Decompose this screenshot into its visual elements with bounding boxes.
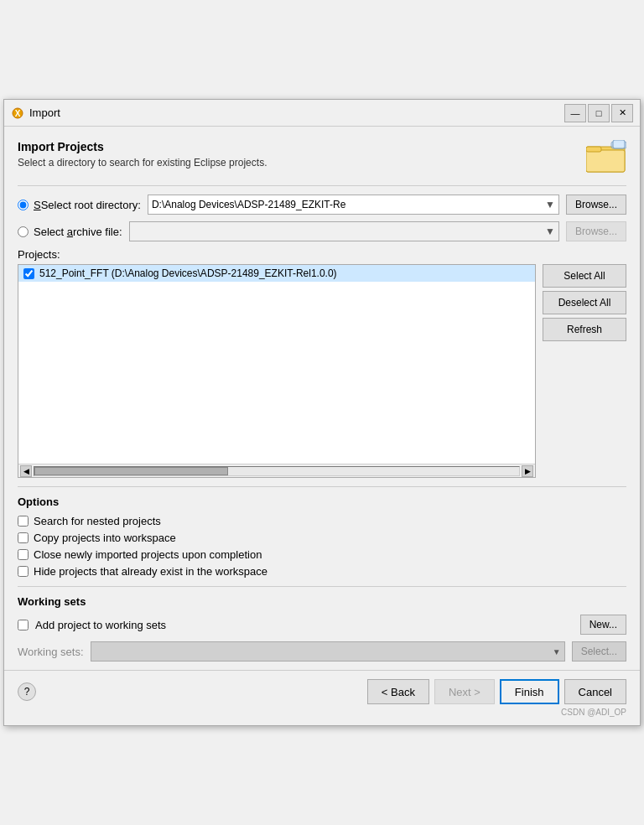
scroll-right-btn[interactable]: ▶ — [522, 465, 533, 477]
scroll-thumb[interactable] — [34, 467, 228, 475]
browse-archive-button[interactable]: Browse... — [566, 221, 626, 241]
working-sets-combo-row: Working sets: ▼ Select... — [18, 641, 626, 662]
select-all-button[interactable]: Select All — [543, 264, 626, 288]
projects-list-scroll[interactable]: 512_Point_FFT (D:\Analog Devices\ADSP-21… — [18, 265, 535, 464]
svg-text:X: X — [15, 109, 21, 118]
title-bar-left: X Import — [11, 106, 60, 120]
option-label-0: Search for nested projects — [34, 515, 161, 527]
new-working-set-button[interactable]: New... — [580, 615, 626, 635]
option-row-2: Close newly imported projects upon compl… — [18, 548, 626, 561]
archive-file-label[interactable]: Select archive file: — [18, 226, 122, 238]
root-directory-row: SSelect root directory: D:\Analog Device… — [18, 195, 626, 215]
app-icon: X — [11, 106, 24, 120]
combo-arrow-archive: ▼ — [545, 226, 555, 237]
title-bar-controls: — □ ✕ — [564, 104, 633, 122]
back-button[interactable]: < Back — [367, 679, 429, 704]
root-directory-combo[interactable]: D:\Analog Devices\ADSP-21489_EZKIT-Re ▼ — [148, 195, 559, 215]
dialog-title: Import — [29, 106, 60, 119]
page-subtitle: Select a directory to search for existin… — [18, 157, 267, 169]
option-label-1: Copy projects into workspace — [34, 532, 176, 544]
footer-buttons: < Back Next > Finish Cancel — [367, 679, 626, 704]
scroll-track[interactable] — [34, 466, 520, 476]
root-radio[interactable] — [18, 200, 29, 210]
browse-root-button[interactable]: Browse... — [566, 195, 626, 215]
deselect-all-button[interactable]: Deselect All — [543, 291, 626, 314]
footer-bottom: ? < Back Next > Finish Cancel — [18, 679, 626, 704]
select-working-set-button[interactable]: Select... — [572, 641, 626, 662]
option-checkbox-2[interactable] — [18, 549, 29, 560]
option-row-3: Hide projects that already exist in the … — [18, 565, 626, 578]
working-sets-title: Working sets — [18, 595, 626, 608]
title-bar: X Import — □ ✕ — [4, 100, 640, 127]
cancel-button[interactable]: Cancel — [564, 679, 626, 704]
list-side-buttons: Select All Deselect All Refresh — [543, 264, 626, 478]
list-item[interactable]: 512_Point_FFT (D:\Analog Devices\ADSP-21… — [18, 265, 535, 282]
minimize-button[interactable]: — — [564, 104, 586, 122]
option-checkbox-1[interactable] — [18, 532, 29, 543]
help-button[interactable]: ? — [18, 682, 36, 701]
next-button[interactable]: Next > — [434, 679, 495, 704]
working-sets-section: Working sets Add project to working sets… — [18, 586, 626, 662]
option-checkbox-3[interactable] — [18, 566, 29, 577]
options-title: Options — [18, 496, 626, 508]
page-title: Import Projects — [18, 140, 267, 153]
footer: ? < Back Next > Finish Cancel CSDN @ADI_… — [4, 670, 640, 725]
project-label-0: 512_Point_FFT (D:\Analog Devices\ADSP-21… — [39, 267, 337, 279]
projects-section-label: Projects: — [18, 248, 626, 261]
ws-combo-arrow: ▼ — [553, 647, 561, 656]
option-checkbox-0[interactable] — [18, 516, 29, 527]
option-row-0: Search for nested projects — [18, 515, 626, 527]
archive-file-combo[interactable]: ▼ — [129, 221, 559, 241]
projects-area: 512_Point_FFT (D:\Analog Devices\ADSP-21… — [18, 264, 626, 478]
svg-rect-3 — [586, 150, 625, 172]
projects-list-container: 512_Point_FFT (D:\Analog Devices\ADSP-21… — [18, 264, 536, 478]
svg-rect-4 — [586, 147, 601, 152]
root-directory-label[interactable]: SSelect root directory: — [18, 199, 141, 211]
header-text: Import Projects Select a directory to se… — [18, 140, 267, 169]
option-row-1: Copy projects into workspace — [18, 532, 626, 544]
close-button[interactable]: ✕ — [611, 104, 633, 122]
working-sets-combo[interactable]: ▼ — [91, 641, 565, 662]
root-directory-value: D:\Analog Devices\ADSP-21489_EZKIT-Re — [152, 199, 345, 210]
header-divider — [18, 185, 626, 186]
option-label-2: Close newly imported projects upon compl… — [34, 548, 262, 561]
horizontal-scrollbar[interactable]: ◀ ▶ — [18, 464, 535, 477]
content-area: Import Projects Select a directory to se… — [4, 127, 640, 670]
combo-arrow-root: ▼ — [545, 199, 555, 210]
option-label-3: Hide projects that already exist in the … — [34, 565, 267, 578]
scroll-left-btn[interactable]: ◀ — [20, 465, 32, 477]
archive-radio[interactable] — [18, 226, 29, 237]
refresh-button[interactable]: Refresh — [543, 318, 626, 341]
import-dialog: X Import — □ ✕ Import Projects Select a … — [3, 99, 641, 726]
projects-list-inner: 512_Point_FFT (D:\Analog Devices\ADSP-21… — [18, 265, 535, 282]
add-working-set-row: Add project to working sets New... — [18, 615, 626, 635]
folder-icon — [586, 140, 626, 174]
project-checkbox-0[interactable] — [23, 268, 34, 279]
header-section: Import Projects Select a directory to se… — [18, 140, 626, 174]
watermark: CSDN @ADI_OP — [18, 708, 626, 717]
restore-button[interactable]: □ — [588, 104, 610, 122]
add-working-set-checkbox[interactable] — [18, 620, 29, 630]
working-sets-combo-label: Working sets: — [18, 646, 84, 658]
svg-rect-6 — [613, 140, 625, 148]
add-working-set-label: Add project to working sets — [35, 619, 166, 631]
archive-file-row: Select archive file: ▼ Browse... — [18, 221, 626, 241]
options-section: Options Search for nested projects Copy … — [18, 486, 626, 578]
finish-button[interactable]: Finish — [500, 679, 559, 704]
